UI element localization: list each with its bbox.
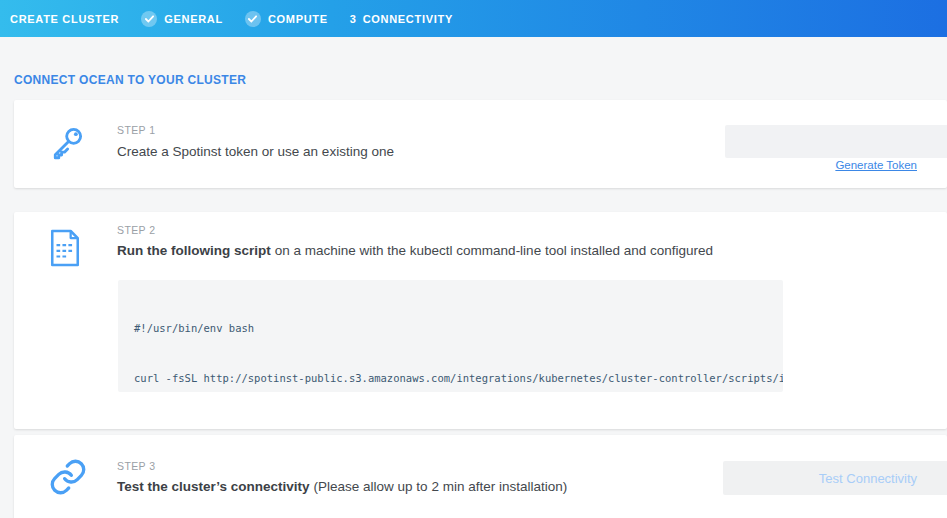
tab-compute-label: COMPUTE xyxy=(268,13,328,25)
page-title: CONNECT OCEAN TO YOUR CLUSTER xyxy=(14,73,246,87)
generate-token-link[interactable]: Generate Token xyxy=(835,159,917,171)
topbar-title-create-cluster: CREATE CLUSTER xyxy=(10,13,119,25)
step3-title-rest: (Please allow up to 2 min after installa… xyxy=(314,479,568,494)
step3-title: Test the cluster’s connectivity(Please a… xyxy=(117,479,567,494)
script-line-curl: curl -fsSL http://spotinst-public.s3.ama… xyxy=(134,370,767,387)
document-icon xyxy=(48,228,82,272)
install-script-code-block[interactable]: #!/usr/bin/env bash curl -fsSL http://sp… xyxy=(118,280,783,392)
step2-title: Run the following scripton a machine wit… xyxy=(117,243,713,258)
step3-label: STEP 3 xyxy=(117,460,155,472)
link-icon xyxy=(48,457,88,501)
step2-title-rest: on a machine with the kubectl command-li… xyxy=(275,243,713,258)
test-connectivity-button[interactable]: Test Connectivity xyxy=(723,461,947,495)
tab-connectivity[interactable]: 3 CONNECTIVITY xyxy=(350,13,453,25)
tab-connectivity-number: 3 xyxy=(350,13,357,25)
step2-card: STEP 2 Run the following scripton a mach… xyxy=(14,212,947,429)
step1-card: STEP 1 Create a Spotinst token or use an… xyxy=(14,100,947,188)
key-icon xyxy=(48,123,86,167)
step1-title: Create a Spotinst token or use an existi… xyxy=(117,144,394,159)
create-cluster-screen: CREATE CLUSTER GENERAL COMPUTE 3 CONNECT… xyxy=(0,0,947,518)
token-input[interactable] xyxy=(725,125,947,158)
tab-general-label: GENERAL xyxy=(164,13,223,25)
tab-general[interactable]: GENERAL xyxy=(141,11,223,27)
step3-card: STEP 3 Test the cluster’s connectivity(P… xyxy=(14,435,947,518)
tab-connectivity-label: CONNECTIVITY xyxy=(363,13,453,25)
step2-title-bold: Run the following script xyxy=(117,243,271,258)
wizard-topbar: CREATE CLUSTER GENERAL COMPUTE 3 CONNECT… xyxy=(0,0,947,37)
create-cluster-label: CREATE CLUSTER xyxy=(10,13,119,25)
script-line-shebang: #!/usr/bin/env bash xyxy=(134,320,767,337)
step1-label: STEP 1 xyxy=(117,124,155,136)
check-circle-icon xyxy=(245,11,261,27)
step3-title-bold: Test the cluster’s connectivity xyxy=(117,479,310,494)
check-circle-icon xyxy=(141,11,157,27)
step2-label: STEP 2 xyxy=(117,224,155,236)
tab-compute[interactable]: COMPUTE xyxy=(245,11,328,27)
